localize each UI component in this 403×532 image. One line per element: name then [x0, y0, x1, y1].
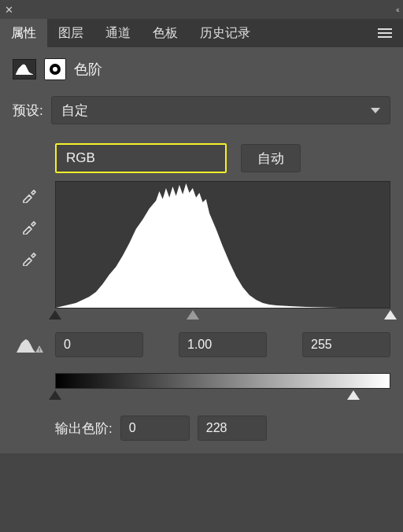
collapse-icon[interactable]: ‹‹ [396, 5, 398, 14]
input-black-field[interactable]: 0 [55, 332, 143, 357]
output-white-field[interactable]: 228 [198, 416, 267, 441]
eyedropper-tools [13, 181, 47, 323]
panel-tabs: 属性 图层 通道 色板 历史记录 [0, 19, 403, 47]
preset-select[interactable]: 自定 [51, 96, 390, 124]
levels-panel: 色阶 预设: 自定 RGB 自动 [0, 47, 403, 453]
preset-value: 自定 [61, 102, 88, 120]
output-white-handle[interactable] [347, 390, 360, 400]
input-black-handle[interactable] [49, 310, 61, 320]
output-gradient [55, 373, 390, 389]
tab-layers[interactable]: 图层 [47, 19, 94, 47]
preset-label: 预设: [13, 102, 43, 120]
output-levels-label: 输出色阶: [55, 419, 113, 438]
input-white-field[interactable]: 255 [302, 332, 390, 357]
histogram-display [55, 181, 390, 308]
panel-menu-icon[interactable] [367, 19, 403, 47]
close-icon[interactable]: ✕ [5, 4, 13, 16]
histogram-warning-icon[interactable]: ! [13, 337, 47, 353]
channel-select[interactable]: RGB [55, 143, 227, 173]
input-gamma-handle[interactable] [187, 310, 199, 320]
input-levels-slider[interactable] [55, 308, 390, 323]
tab-properties[interactable]: 属性 [0, 19, 47, 47]
output-black-handle[interactable] [49, 390, 61, 400]
panel-title: 色阶 [74, 60, 102, 79]
tab-swatches[interactable]: 色板 [142, 19, 189, 47]
eyedropper-white-icon[interactable] [21, 249, 39, 266]
panel-topbar: ✕ ‹‹ [0, 0, 403, 19]
auto-button[interactable]: 自动 [241, 144, 301, 172]
svg-text:!: ! [39, 346, 40, 353]
output-black-field[interactable]: 0 [120, 416, 190, 441]
channel-value: RGB [66, 150, 95, 166]
input-gamma-field[interactable]: 1.00 [179, 332, 267, 357]
eyedropper-black-icon[interactable] [21, 186, 39, 203]
adjustment-mask-icon[interactable] [44, 58, 66, 80]
histogram-icon [13, 59, 36, 79]
tab-channels[interactable]: 通道 [94, 19, 142, 47]
eyedropper-gray-icon[interactable] [21, 217, 39, 235]
svg-marker-0 [56, 183, 390, 308]
tab-history[interactable]: 历史记录 [189, 19, 261, 47]
output-levels-slider[interactable] [55, 389, 390, 403]
input-white-handle[interactable] [384, 310, 397, 320]
chevron-down-icon [371, 108, 380, 113]
